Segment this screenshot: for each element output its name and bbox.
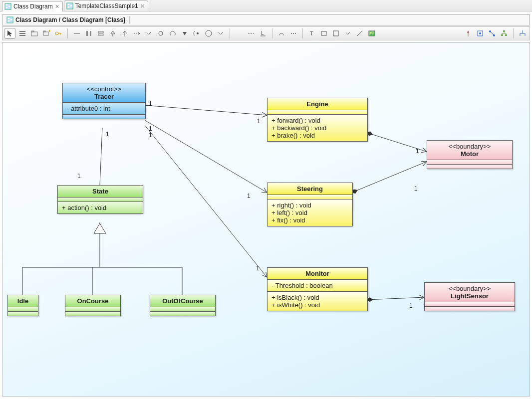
- class-steering[interactable]: Steering + right() : void + left() : voi…: [267, 183, 353, 226]
- new-package-tool-button[interactable]: ✦: [41, 28, 51, 38]
- line-tool-button[interactable]: [355, 28, 365, 38]
- dots-tool-button[interactable]: [288, 28, 298, 38]
- breadcrumb-text: Class Diagram / Class Diagram [Class]: [15, 16, 125, 23]
- svg-rect-10: [8, 20, 10, 22]
- dash-line-tool-button[interactable]: [246, 28, 256, 38]
- svg-rect-3: [8, 5, 10, 7]
- image-tool-button[interactable]: [367, 28, 377, 38]
- class-stereotype: <<boundary>>: [430, 143, 509, 150]
- class-state[interactable]: State + action() : void: [57, 185, 143, 214]
- toolbar: ✦ L T: [2, 26, 530, 40]
- svg-point-31: [206, 30, 212, 36]
- tab-label: Class Diagram: [13, 3, 53, 10]
- vbars-tool-button[interactable]: [84, 28, 94, 38]
- class-outofcourse[interactable]: OutOfCourse: [150, 295, 216, 316]
- multiplicity-label: 1: [149, 132, 152, 139]
- svg-rect-12: [19, 31, 25, 32]
- svg-rect-52: [505, 34, 507, 36]
- multiplicity-label: 1: [77, 173, 81, 180]
- tab-label: TemplateClassSample1: [75, 2, 138, 9]
- svg-rect-9: [8, 18, 10, 19]
- package-tool-button[interactable]: [29, 28, 39, 38]
- class-operation: + right() : void: [271, 201, 348, 209]
- svg-point-35: [291, 33, 292, 34]
- class-name: State: [61, 188, 140, 195]
- dot-box-tool-button[interactable]: [475, 28, 485, 38]
- svg-point-20: [55, 32, 58, 35]
- svg-rect-7: [70, 5, 72, 6]
- cursor-tool-button[interactable]: [4, 28, 15, 39]
- svg-rect-13: [19, 33, 25, 34]
- key-tool-button[interactable]: [53, 28, 63, 38]
- svg-point-29: [159, 31, 163, 35]
- fork-tool-button[interactable]: [518, 28, 528, 38]
- circle-tool-button[interactable]: [156, 28, 166, 38]
- class-lightsensor[interactable]: <<boundary>>LightSensor: [424, 282, 515, 311]
- breadcrumb[interactable]: Class Diagram / Class Diagram [Class]: [2, 16, 130, 23]
- svg-line-57: [145, 105, 267, 115]
- class-operation: + isBlack() : void: [271, 294, 363, 301]
- diagram-canvas[interactable]: <<control>>Tracer - attribute0 : int Sta…: [2, 42, 530, 397]
- big-circle-tool-button[interactable]: [204, 28, 214, 38]
- toolbar-separator: [230, 28, 230, 38]
- hierarchy-tool-button[interactable]: [499, 28, 509, 38]
- toolbar-separator: [67, 28, 68, 38]
- svg-rect-22: [86, 31, 88, 36]
- tri-down-tool-button[interactable]: [180, 28, 190, 38]
- text-tool-button[interactable]: T: [307, 28, 317, 38]
- chevron-down-icon[interactable]: [216, 28, 226, 38]
- stack-tool-button[interactable]: [96, 28, 106, 38]
- class-oncourse[interactable]: OnCourse: [65, 295, 121, 316]
- socket-tool-button[interactable]: [192, 28, 202, 38]
- svg-rect-6: [67, 6, 69, 8]
- class-engine[interactable]: Engine + forward() : void + backward() :…: [267, 98, 368, 142]
- multiplicity-label: 1: [106, 131, 109, 138]
- up-closed-tool-button[interactable]: [108, 28, 118, 38]
- chevron-down-icon[interactable]: [343, 28, 353, 38]
- class-operation: + fix() : void: [271, 216, 348, 224]
- svg-line-58: [145, 120, 267, 193]
- uml-class-icon: [66, 2, 73, 9]
- tab-class-diagram[interactable]: Class Diagram ✕: [2, 1, 63, 11]
- svg-point-37: [295, 33, 296, 34]
- up-open-tool-button[interactable]: [120, 28, 130, 38]
- class-name: OnCourse: [68, 297, 117, 305]
- multiplicity-label: 1: [257, 118, 261, 125]
- class-name: Motor: [430, 150, 509, 158]
- class-motor[interactable]: <<boundary>>Motor: [427, 140, 513, 169]
- toolbar-separator: [513, 28, 514, 38]
- svg-rect-50: [503, 30, 505, 32]
- class-tracer[interactable]: <<control>>Tracer - attribute0 : int: [62, 83, 146, 119]
- class-name: Idle: [11, 297, 35, 305]
- class-idle[interactable]: Idle: [7, 295, 38, 316]
- class-monitor[interactable]: Monitor - Threshold : boolean + isBlack(…: [267, 267, 368, 311]
- svg-rect-25: [98, 34, 103, 35]
- class-name: Engine: [270, 100, 364, 108]
- rect2-tool-button[interactable]: [331, 28, 341, 38]
- svg-rect-15: [31, 32, 37, 36]
- blank-tool-button[interactable]: [234, 28, 244, 38]
- underline-tool-button[interactable]: L: [258, 28, 268, 38]
- svg-rect-5: [67, 4, 69, 5]
- rect-tool-button[interactable]: [319, 28, 329, 38]
- class-name: Steering: [270, 185, 349, 193]
- close-icon[interactable]: ✕: [55, 3, 59, 10]
- connector-tool-button[interactable]: [487, 28, 497, 38]
- close-icon[interactable]: ✕: [140, 3, 145, 9]
- class-stereotype: <<boundary>>: [428, 285, 512, 292]
- arc-tool-button[interactable]: [276, 28, 286, 38]
- svg-rect-14: [19, 35, 25, 36]
- pin-tool-button[interactable]: [463, 28, 473, 38]
- svg-line-59: [145, 125, 267, 277]
- svg-line-41: [357, 31, 362, 36]
- svg-point-30: [197, 32, 199, 34]
- dash-arrow-tool-button[interactable]: [132, 28, 142, 38]
- horseshoe-tool-button[interactable]: [168, 28, 178, 38]
- hline-tool-button[interactable]: [72, 28, 82, 38]
- tab-template-class-sample[interactable]: TemplateClassSample1 ✕: [64, 0, 148, 11]
- chevron-down-icon[interactable]: [144, 28, 154, 38]
- class-stereotype: <<control>>: [66, 85, 142, 93]
- svg-rect-16: [31, 31, 34, 32]
- class-attribute: - Threshold : boolean: [271, 282, 363, 289]
- lane-tool-button[interactable]: [17, 28, 27, 38]
